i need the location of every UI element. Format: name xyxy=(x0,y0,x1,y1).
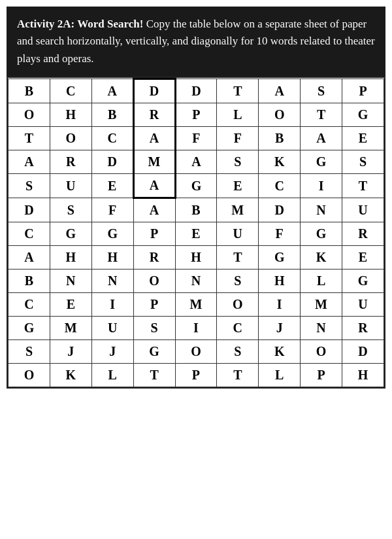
grid-cell: E xyxy=(342,246,384,270)
grid-cell: B xyxy=(8,79,50,103)
grid-cell: C xyxy=(259,174,301,198)
grid-cell: S xyxy=(8,340,50,364)
table-row: TOCAFFBAE xyxy=(8,127,384,150)
grid-cell: H xyxy=(342,364,384,387)
grid-cell: F xyxy=(91,198,133,222)
grid-cell: H xyxy=(91,246,133,270)
table-row: SJJGOSKOD xyxy=(8,340,384,364)
table-row: OHBRPLOTG xyxy=(8,103,384,127)
grid-cell: K xyxy=(259,150,301,174)
grid-cell: K xyxy=(301,246,342,270)
grid-cell: E xyxy=(91,174,133,198)
grid-cell: P xyxy=(175,364,217,387)
grid-cell: R xyxy=(342,317,384,340)
grid-cell: O xyxy=(50,127,91,150)
grid-cell: K xyxy=(50,364,91,387)
grid-cell: L xyxy=(259,364,301,387)
grid-cell: U xyxy=(91,317,133,340)
grid-cell: R xyxy=(50,150,91,174)
grid-cell: A xyxy=(133,127,175,150)
grid-cell: E xyxy=(217,174,259,198)
grid-cell: N xyxy=(91,270,133,293)
grid-cell: D xyxy=(175,79,217,103)
grid-cell: A xyxy=(133,174,175,198)
grid-cell: I xyxy=(175,317,217,340)
table-row: BCADDTASP xyxy=(8,79,384,103)
grid-cell: G xyxy=(175,174,217,198)
grid-cell: M xyxy=(217,198,259,222)
grid-cell: E xyxy=(175,222,217,246)
grid-cell: B xyxy=(91,103,133,127)
grid-cell: L xyxy=(301,270,342,293)
instruction-block: Activity 2A: Word Search! Copy the table… xyxy=(7,7,385,77)
grid-cell: T xyxy=(217,246,259,270)
table-row: GMUSICJNR xyxy=(8,317,384,340)
grid-cell: A xyxy=(8,246,50,270)
grid-cell: N xyxy=(175,270,217,293)
grid-cell: U xyxy=(50,174,91,198)
grid-cell: G xyxy=(91,222,133,246)
grid-cell: H xyxy=(50,103,91,127)
grid-cell: S xyxy=(217,150,259,174)
grid-cell: C xyxy=(217,317,259,340)
grid-cell: H xyxy=(259,270,301,293)
grid-cell: J xyxy=(91,340,133,364)
grid-cell: D xyxy=(133,79,175,103)
grid-cell: O xyxy=(217,293,259,317)
grid-cell: G xyxy=(259,246,301,270)
grid-cell: B xyxy=(259,127,301,150)
grid-cell: P xyxy=(301,364,342,387)
grid-cell: E xyxy=(342,127,384,150)
grid-cell: A xyxy=(301,127,342,150)
grid-cell: C xyxy=(91,127,133,150)
grid-cell: O xyxy=(175,340,217,364)
grid-cell: P xyxy=(133,222,175,246)
grid-cell: A xyxy=(133,198,175,222)
grid-cell: T xyxy=(217,79,259,103)
grid-cell: B xyxy=(175,198,217,222)
grid-cell: F xyxy=(217,127,259,150)
grid-cell: H xyxy=(50,246,91,270)
grid-cell: J xyxy=(259,317,301,340)
grid-cell: N xyxy=(301,317,342,340)
grid-cell: J xyxy=(50,340,91,364)
grid-cell: R xyxy=(133,246,175,270)
grid-cell: B xyxy=(8,270,50,293)
grid-cell: F xyxy=(175,127,217,150)
grid-cell: G xyxy=(50,222,91,246)
word-search-table: BCADDTASPOHBRPLOTGTOCAFFBAEARDMASKGSSUEA… xyxy=(8,78,384,387)
grid-cell: G xyxy=(342,103,384,127)
grid-cell: I xyxy=(259,293,301,317)
grid-cell: S xyxy=(133,317,175,340)
grid-cell: T xyxy=(217,364,259,387)
grid-cell: O xyxy=(8,364,50,387)
grid-cell: M xyxy=(50,317,91,340)
instruction-bold: Activity 2A: Word Search! xyxy=(17,18,143,30)
grid-cell: T xyxy=(342,174,384,198)
grid-cell: R xyxy=(133,103,175,127)
grid-cell: N xyxy=(301,198,342,222)
grid-cell: I xyxy=(301,174,342,198)
grid-cell: O xyxy=(133,270,175,293)
grid-cell: A xyxy=(259,79,301,103)
grid-cell: A xyxy=(91,79,133,103)
grid-cell: K xyxy=(259,340,301,364)
grid-cell: P xyxy=(342,79,384,103)
grid-cell: M xyxy=(175,293,217,317)
grid-cell: O xyxy=(8,103,50,127)
grid-cell: M xyxy=(301,293,342,317)
grid-cell: G xyxy=(342,270,384,293)
table-row: SUEAGECIT xyxy=(8,174,384,198)
grid-cell: H xyxy=(175,246,217,270)
grid-cell: T xyxy=(301,103,342,127)
grid-cell: G xyxy=(301,222,342,246)
grid-cell: U xyxy=(217,222,259,246)
grid-cell: D xyxy=(342,340,384,364)
grid-cell: D xyxy=(8,198,50,222)
grid-cell: O xyxy=(301,340,342,364)
table-row: CEIPMOIMU xyxy=(8,293,384,317)
grid-cell: T xyxy=(8,127,50,150)
grid-cell: A xyxy=(175,150,217,174)
grid-cell: P xyxy=(133,293,175,317)
grid-cell: C xyxy=(8,293,50,317)
